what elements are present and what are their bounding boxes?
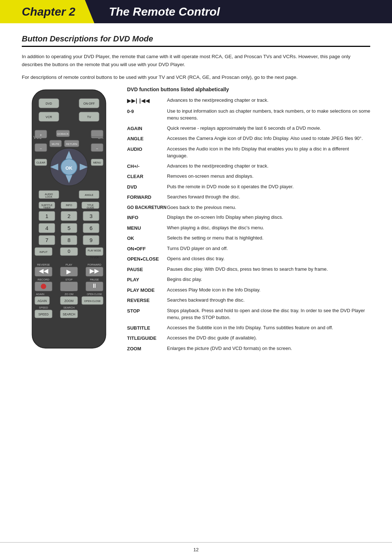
chapter-number: 2 [69,5,75,19]
button-desc-reverse: Searches backward through the disc. [167,297,370,304]
button-row-play: PLAY Begins disc play. [127,276,370,283]
svg-text:MUTE: MUTE [52,142,60,145]
button-name-play: PLAY [127,276,167,283]
button-name-titleguide: TITLE/GUIDE [127,334,167,342]
page-footer: 12 [0,542,392,556]
svg-text:SEARCH: SEARCH [64,306,75,309]
button-name-audio: AUDIO [127,145,167,153]
svg-text:SPEED: SPEED [39,306,48,309]
button-desc-audio: Accesses the Audio icon in the Info Disp… [167,145,370,160]
button-desc-onoff: Turns DVD player on and off. [167,245,370,252]
button-desc-0-9: Use to input information such as chapter… [167,108,370,122]
svg-text:TV: TV [87,115,91,119]
button-name-ch: CH+/- [127,162,167,170]
button-name-advance: ▶▶| |◀◀ [127,97,167,105]
svg-text:⏸: ⏸ [91,282,98,289]
button-name-menu: MENU [127,224,167,232]
button-name-forward: FORWARD [127,193,167,201]
button-desc-titleguide: Accesses the DVD disc guide (if availabl… [167,334,370,342]
button-desc-dvd: Puts the remote in DVD mode so it operat… [167,183,370,190]
button-row-ok: OK Selects the setting or menu that is h… [127,234,370,242]
button-row-clear: CLEAR Removes on-screen menus and displa… [127,173,370,180]
svg-text:AGAIN: AGAIN [36,293,44,296]
svg-text:RETURN: RETURN [66,142,77,145]
svg-text:ZOOM: ZOOM [65,299,74,302]
svg-text:ON·OFF: ON·OFF [83,102,95,105]
button-desc-playmode: Accesses Play Mode icon in the Info Disp… [167,286,370,294]
svg-text:OPEN·CLOSE: OPEN·CLOSE [87,293,102,295]
button-row-info: INFO Displays the on-screen Info Display… [127,214,370,221]
button-row-dvd: DVD Puts the remote in DVD mode so it op… [127,183,370,191]
svg-text:MENU: MENU [93,161,101,164]
button-name-onoff: ONOFF [127,245,167,253]
svg-text:5: 5 [68,225,70,231]
button-row-ch: CH+/- Advances to the next/preceding cha… [127,162,370,170]
button-name-reverse: REVERSE [127,297,167,304]
svg-text:3: 3 [90,213,93,219]
button-name-zoom: ZOOM [127,345,167,352]
button-row-stop: STOP Stops playback. Press and hold to o… [127,307,370,321]
button-row-openclose: OPENCLOSE Opens and closes disc tray. [127,255,370,263]
svg-text:4: 4 [45,225,48,231]
button-row-onoff: ONOFF Turns DVD player on and off. [127,245,370,253]
svg-text:9: 9 [90,237,93,243]
svg-text:INPUT: INPUT [40,250,48,254]
button-name-ok: OK [127,234,167,242]
svg-text:TIMER: TIMER [43,206,50,209]
svg-text:DVD: DVD [46,102,52,105]
svg-text:TV·VCR: TV·VCR [90,256,99,258]
button-row-menu: MENU When playing a disc, displays the d… [127,224,370,232]
svg-text:TITLE: TITLE [87,204,94,206]
svg-text:AUDIO: AUDIO [45,193,53,196]
svg-text:ANGLE: ANGLE [85,194,94,196]
button-desc-info: Displays the on-screen Info Display when… [167,214,370,221]
svg-text:VCR: VCR [46,115,52,119]
svg-text:7: 7 [45,237,48,243]
svg-text:SEARCH: SEARCH [63,312,75,316]
button-descriptions-column: DVD function buttons listed alphabetical… [127,86,370,355]
svg-text:INFO: INFO [66,203,72,206]
button-name-stop: STOP [127,307,167,315]
svg-text:▶: ▶ [67,268,72,275]
main-content: Button Descriptions for DVD Mode In addi… [0,23,392,370]
button-desc-ok: Selects the setting or menu that is high… [167,234,370,242]
button-row-subtitle: SUBTITLE Accesses the Subtitle icon in t… [127,324,370,332]
button-row-forward: FORWARD Searches forward through the dis… [127,193,370,201]
button-name-dvd: DVD [127,183,167,191]
svg-text:FORWARD: FORWARD [87,263,101,266]
button-desc-zoom: Enlarges the picture (DVD and VCD format… [167,345,370,352]
button-row-zoom: ZOOM Enlarges the picture (DVD and VCD f… [127,345,370,352]
intro-paragraph-1: In addition to operating your DVD Player… [22,53,370,68]
button-desc-again: Quick reverse - replays approximately th… [167,125,370,132]
button-name-goback: GO BACK⁄RETURN [127,204,167,211]
svg-text:PLAY MODE: PLAY MODE [88,249,102,252]
button-name-pause: PAUSE [127,266,167,273]
button-desc-ch: Advances to the next/preceding chapter o… [167,162,370,170]
button-desc-stop: Stops playback. Press and hold to open a… [167,307,370,321]
svg-text:SPEED: SPEED [38,312,49,316]
button-desc-angle: Accesses the Camera Angle icon of DVD di… [167,135,370,142]
svg-text:–: – [96,146,98,150]
chapter-text: Chapter [22,5,66,19]
button-row-goback: GO BACK⁄RETURN Goes back to the previous… [127,204,370,211]
two-column-layout: DVD ON·OFF VCR TV VOL + – CH + [22,86,370,355]
button-row-playmode: PLAY MODE Accesses Play Mode icon in the… [127,286,370,294]
button-desc-openclose: Opens and closes disc tray. [167,255,370,262]
button-row-angle: ANGLE Accesses the Camera Angle icon of … [127,135,370,142]
svg-text:1: 1 [45,213,48,219]
button-desc-goback: Goes back to the previous menu. [167,204,370,211]
remote-image-column: DVD ON·OFF VCR TV VOL + – CH + [22,86,116,355]
button-name-angle: ANGLE [127,135,167,142]
intro-paragraph-2: For descriptions of remote control butto… [22,73,370,81]
svg-text:6: 6 [90,225,93,231]
remote-control-svg: DVD ON·OFF VCR TV VOL + – CH + [25,86,113,355]
svg-text:PLAY: PLAY [66,263,72,266]
svg-text:RECORD: RECORD [38,278,49,281]
button-name-0-9: 0-9 [127,108,167,115]
svg-text:OPEN·CLOSE: OPEN·CLOSE [84,299,101,302]
svg-text:▶▶: ▶▶ [90,267,99,274]
button-desc-clear: Removes on-screen menus and displays. [167,173,370,180]
svg-text:PAUSE: PAUSE [90,278,99,281]
svg-text:CLEAR: CLEAR [36,161,45,164]
button-row-0-9: 0-9 Use to input information such as cha… [127,108,370,122]
